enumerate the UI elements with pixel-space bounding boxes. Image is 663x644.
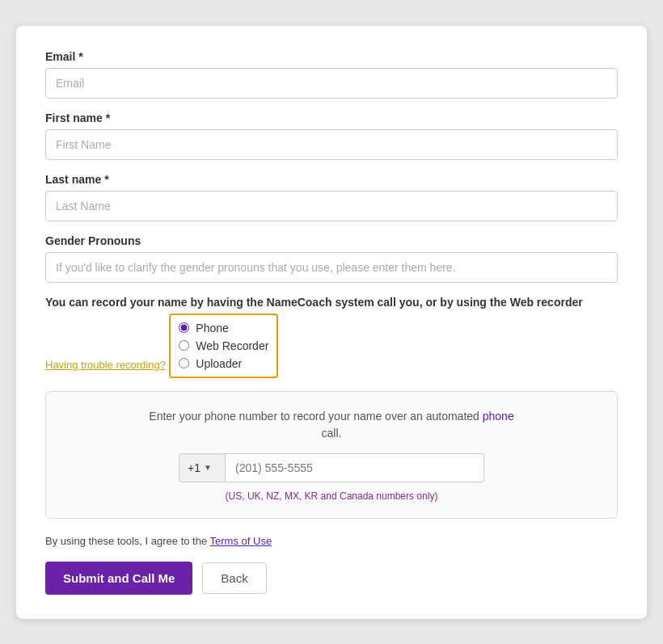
phone-box: Enter your phone number to record your n… (45, 391, 618, 519)
pronouns-group: Gender Pronouns (45, 234, 618, 283)
radio-web-recorder-option[interactable]: Web Recorder (179, 339, 268, 352)
email-input[interactable] (45, 68, 618, 99)
country-code-value: +1 (188, 461, 201, 474)
terms-before-text: By using these tools, I agree to the (45, 535, 210, 547)
radio-phone-option[interactable]: Phone (179, 322, 268, 335)
phone-number-input[interactable] (226, 453, 484, 482)
radio-uploader-label: Uploader (196, 357, 242, 370)
terms-of-use-link[interactable]: Terms of Use (210, 535, 272, 547)
recording-section: You can record your name by having the N… (45, 296, 618, 519)
pronouns-input[interactable] (45, 252, 618, 283)
email-label: Email * (45, 50, 618, 63)
firstname-input[interactable] (45, 129, 618, 160)
phone-box-description: Enter your phone number to record your n… (59, 408, 604, 442)
radio-uploader-input[interactable] (179, 358, 189, 368)
radio-uploader-option[interactable]: Uploader (179, 357, 268, 370)
radio-phone-label: Phone (196, 322, 228, 335)
form-card: Email * First name * Last name * Gender … (16, 26, 647, 619)
button-row: Submit and Call Me Back (45, 562, 618, 595)
back-button[interactable]: Back (202, 562, 266, 594)
phone-note: (US, UK, NZ, MX, KR and Canada numbers o… (59, 490, 604, 502)
pronouns-label: Gender Pronouns (45, 234, 618, 247)
recording-method-group: Phone Web Recorder Uploader (169, 314, 278, 378)
lastname-group: Last name * (45, 173, 618, 221)
trouble-recording-link[interactable]: Having trouble recording? (45, 359, 166, 371)
radio-web-recorder-input[interactable] (179, 340, 189, 351)
lastname-label: Last name * (45, 173, 618, 186)
firstname-label: First name * (45, 112, 618, 124)
firstname-group: First name * (45, 112, 618, 160)
recording-label: You can record your name by having the N… (45, 296, 618, 309)
radio-phone-input[interactable] (179, 322, 189, 333)
chevron-down-icon: ▼ (204, 463, 212, 472)
terms-row: By using these tools, I agree to the Ter… (45, 535, 618, 547)
country-code-selector[interactable]: +1 ▼ (179, 453, 226, 482)
lastname-input[interactable] (45, 191, 618, 221)
phone-input-row: +1 ▼ (59, 453, 604, 482)
email-group: Email * (45, 50, 618, 99)
phone-link-text: phone (483, 410, 514, 423)
submit-call-button[interactable]: Submit and Call Me (45, 562, 192, 595)
radio-web-recorder-label: Web Recorder (196, 339, 268, 352)
